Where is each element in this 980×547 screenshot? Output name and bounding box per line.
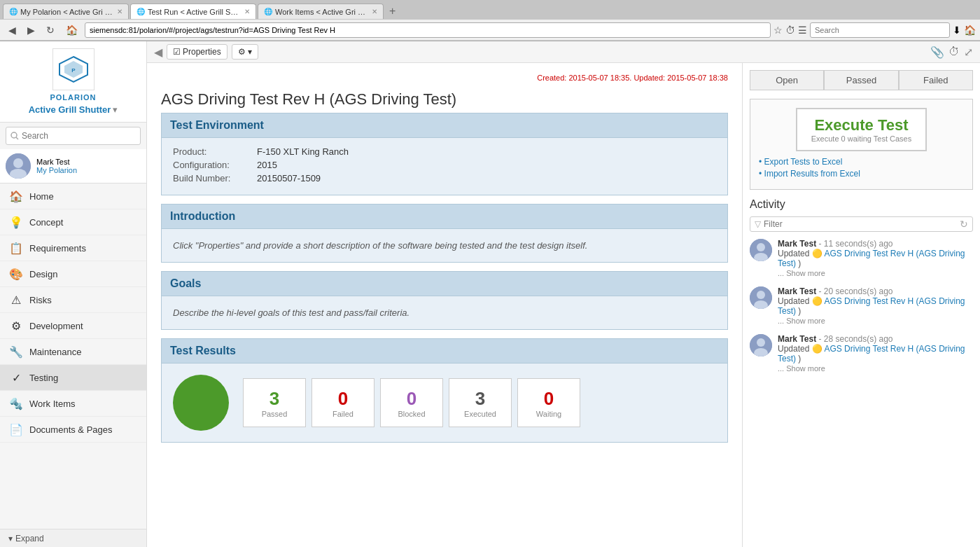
back-button[interactable]: ◀ — [4, 22, 20, 38]
result-card-executed: 3 Executed — [449, 378, 512, 427]
activity-content-2: Mark Test - 28 seconds(s) ago Updated 🟡 … — [778, 334, 973, 373]
waiting-label: Waiting — [536, 410, 561, 418]
export-label: Export Tests to Excel — [764, 157, 843, 167]
sidebar-search-input[interactable] — [6, 127, 141, 145]
main: ◀ ☑ Properties ⚙ ▾ 📎 ⏱ ⤢ Created: 2015-0… — [147, 41, 980, 547]
nav-icon-design: 🎨 — [8, 266, 24, 282]
settings-dropdown-icon: ▾ — [248, 47, 252, 57]
nav-label: Development — [29, 321, 83, 331]
execute-test-button[interactable]: Execute Test Execute 0 waiting Test Case… — [796, 108, 927, 151]
section-intro-body: Click "Properties" and provide a short d… — [161, 229, 728, 263]
reload-button[interactable]: ↻ — [42, 22, 59, 38]
tab-2-close[interactable]: ✕ — [244, 8, 250, 15]
properties-button[interactable]: ☑ Properties — [167, 44, 227, 60]
history-icon[interactable]: ⏱ — [785, 25, 795, 36]
build-value: 20150507-1509 — [257, 173, 321, 184]
sidebar-item-risks[interactable]: ⚠Risks — [0, 287, 146, 313]
tab-3-label: Work Items < Active Gri Shu... — [275, 8, 368, 16]
sidebar-item-development[interactable]: ⚙Development — [0, 313, 146, 339]
sidebar-item-concept[interactable]: 💡Concept — [0, 209, 146, 235]
blocked-count: 0 — [407, 388, 416, 410]
nav-icons: ☆ ⏱ ☰ — [774, 25, 807, 36]
tab-2-favicon: 🌐 — [136, 8, 145, 15]
sidebar-item-home[interactable]: 🏠Home — [0, 184, 146, 209]
sidebar-header: P POLARION Active Grill Shutter ▾ — [0, 41, 146, 123]
nav-bar: ◀ ▶ ↻ 🏠 ☆ ⏱ ☰ ⬇ 🏠 — [0, 20, 980, 41]
app: P POLARION Active Grill Shutter ▾ — [0, 41, 980, 547]
activity-time-2: - 28 seconds(s) ago — [818, 334, 892, 344]
menu-icon[interactable]: ☰ — [798, 25, 807, 36]
refresh-icon[interactable]: ↻ — [960, 219, 968, 230]
export-tests-link[interactable]: • Export Tests to Excel — [759, 157, 964, 167]
field-config: Configuration: 2015 — [173, 160, 716, 170]
expand-section[interactable]: ▾ Expand — [0, 529, 146, 547]
nav-icon-documents & pages: 📄 — [8, 422, 24, 437]
tab-2[interactable]: 🌐 Test Run < Active Grill Shutter ✕ — [130, 4, 256, 19]
activity-avatar-2 — [750, 334, 772, 356]
browser-nav-icon-2[interactable]: 🏠 — [964, 25, 976, 36]
user-section: Mark Test My Polarion — [0, 149, 146, 184]
tab-1-label: My Polarion < Active Gri Shu... — [20, 8, 113, 16]
nav-icon-maintenance: 🔧 — [8, 344, 24, 359]
execute-box: Execute Test Execute 0 waiting Test Case… — [750, 99, 973, 190]
nav-icon-work items: 🔩 — [8, 396, 24, 411]
nav-label: Documents & Pages — [29, 424, 113, 435]
failed-label: Failed — [332, 410, 354, 418]
doc-meta-created: Created: 2015-05-07 18:35. Updated: — [537, 74, 667, 82]
activity-action-0: Updated 🟡 — [778, 249, 824, 258]
import-results-link[interactable]: • Import Results from Excel — [759, 169, 964, 179]
nav-icon-development: ⚙ — [8, 318, 24, 333]
sidebar-item-testing[interactable]: ✓Testing — [0, 365, 146, 391]
status-btn-passed[interactable]: Passed — [824, 70, 898, 90]
tab-3-close[interactable]: ✕ — [372, 8, 377, 15]
sidebar-item-requirements[interactable]: 📋Requirements — [0, 235, 146, 261]
collapse-sidebar-icon[interactable]: ◀ — [154, 46, 162, 59]
expand-icon-toolbar[interactable]: ⤢ — [964, 46, 973, 59]
tab-3[interactable]: 🌐 Work Items < Active Gri Shu... ✕ — [258, 4, 384, 19]
pie-chart — [173, 375, 229, 431]
activity-time-1: - 20 seconds(s) ago — [818, 286, 892, 296]
tab-1[interactable]: 🌐 My Polarion < Active Gri Shu... ✕ — [3, 4, 129, 19]
forward-button[interactable]: ▶ — [23, 22, 39, 38]
svg-point-10 — [757, 291, 765, 299]
browser-search-input[interactable] — [810, 22, 950, 38]
settings-button[interactable]: ⚙ ▾ — [232, 44, 258, 60]
browser-nav-icon-1[interactable]: ⬇ — [953, 25, 961, 36]
nav-icon-requirements: 📋 — [8, 240, 24, 256]
user-link[interactable]: My Polarion — [36, 166, 77, 174]
tab-1-close[interactable]: ✕ — [117, 8, 122, 15]
section-goals-body: Describe the hi-level goals of this test… — [161, 296, 728, 330]
nav-icon-risks: ⚠ — [8, 292, 24, 307]
activity-avatar-1 — [750, 286, 772, 309]
home-button[interactable]: 🏠 — [62, 22, 82, 38]
status-btn-open[interactable]: Open — [750, 70, 824, 90]
sidebar-item-maintenance[interactable]: 🔧Maintenance — [0, 339, 146, 365]
svg-point-13 — [757, 338, 765, 347]
section-results-header: Test Results — [161, 338, 728, 363]
project-dropdown-icon[interactable]: ▾ — [113, 104, 118, 115]
attachment-icon[interactable]: 📎 — [930, 46, 944, 59]
activity-user-2: Mark Test — [778, 334, 816, 344]
logo-box: P — [52, 48, 94, 90]
activity-action-2: Updated 🟡 — [778, 344, 824, 354]
bookmark-icon[interactable]: ☆ — [774, 25, 783, 36]
nav-icon-home: 🏠 — [8, 188, 24, 204]
status-btn-failed[interactable]: Failed — [899, 70, 973, 90]
sidebar-item-design[interactable]: 🎨Design — [0, 261, 146, 287]
tab-add-button[interactable]: + — [385, 5, 400, 18]
bullet-icon-2: • — [759, 169, 762, 179]
activity-filter-input[interactable] — [764, 219, 957, 229]
history-icon-toolbar[interactable]: ⏱ — [948, 46, 960, 58]
executed-label: Executed — [464, 410, 496, 418]
sidebar-item-documents-&-pages[interactable]: 📄Documents & Pages — [0, 417, 146, 443]
activity-show-more-2[interactable]: ... Show more — [778, 364, 825, 373]
nav-label: Risks — [29, 295, 52, 305]
blocked-label: Blocked — [398, 410, 425, 418]
activity-show-more-0[interactable]: ... Show more — [778, 269, 825, 277]
activity-show-more-1[interactable]: ... Show more — [778, 317, 825, 325]
address-bar[interactable] — [85, 22, 771, 38]
activity-user-0: Mark Test — [778, 239, 816, 249]
passed-label: Passed — [262, 410, 288, 418]
sidebar-item-work-items[interactable]: 🔩Work Items — [0, 391, 146, 417]
section-intro-header: Introduction — [161, 204, 728, 229]
